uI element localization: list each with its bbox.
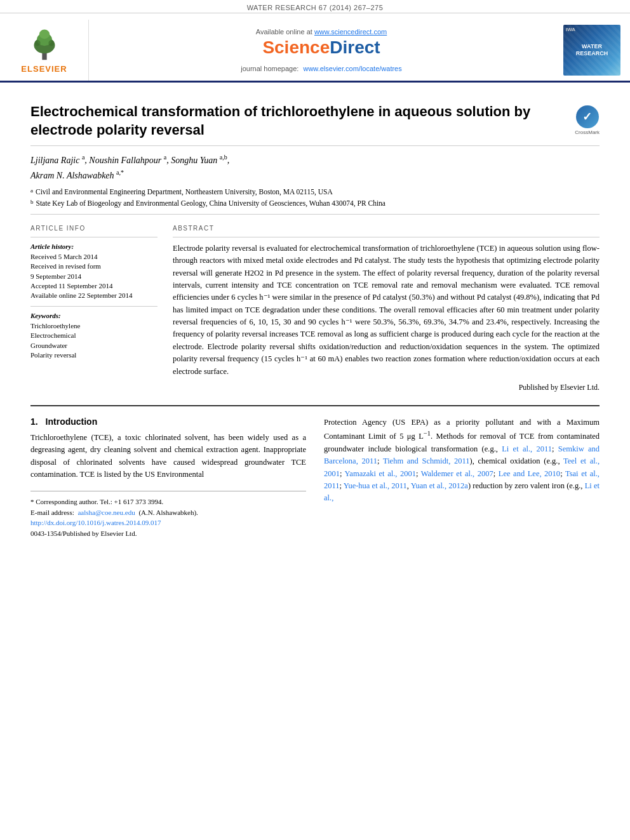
journal-header-text: WATER RESEARCH 67 (2014) 267–275 (247, 4, 384, 11)
info-divider-top (30, 237, 158, 237)
corresponding-author-note: * Corresponding author. Tel.: +1 617 373… (30, 497, 306, 507)
main-right-col: Protection Agency (US EPA) as a priority… (324, 417, 600, 539)
available-online-text: Available online at www.sciencedirect.co… (256, 28, 387, 36)
email-link[interactable]: aalsha@coe.neu.edu (77, 509, 135, 516)
abstract-divider (173, 237, 600, 237)
svg-rect-0 (42, 53, 46, 60)
author-yuan: Songhu Yuan (171, 156, 217, 165)
author-sup-ab: a,b (220, 154, 227, 161)
aff-key-b: b (30, 198, 34, 209)
author-sup-a1: a (82, 154, 84, 161)
ref-tiehm-2011[interactable]: Tiehm and Schmidt, 2011 (383, 457, 470, 465)
doi-line: http://dx.doi.org/10.1016/j.watres.2014.… (30, 517, 306, 528)
iwa-label: IWA (566, 27, 575, 32)
journal-homepage-label: journal homepage: (241, 65, 298, 72)
keyword-3: Groundwater (30, 341, 158, 350)
keyword-2: Electrochemical (30, 331, 158, 340)
article-history-label: Article history: (30, 243, 158, 250)
article-info-col: ARTICLE INFO Article history: Received 5… (30, 222, 158, 392)
available-online-date: Available online 22 September 2014 (30, 291, 158, 300)
email-label: E-mail address: (30, 509, 74, 516)
journal-homepage-link[interactable]: www.elsevier.com/locate/watres (303, 65, 401, 72)
journal-header: WATER RESEARCH 67 (2014) 267–275 (0, 0, 630, 13)
keyword-4: Polarity reversal (30, 350, 158, 360)
svg-point-3 (39, 30, 50, 39)
keywords-list: Trichloroethylene Electrochemical Ground… (30, 321, 158, 361)
ref-waldemer-2007[interactable]: Waldemer et al., 2007 (421, 469, 493, 478)
ref-yamazaki-2001[interactable]: Yamazaki et al., 2001 (345, 469, 416, 478)
ref-lee-2010[interactable]: Lee and Lee, 2010 (499, 469, 560, 478)
elsevier-label: ELSEVIER (21, 64, 67, 74)
introduction-heading: 1. Introduction (30, 417, 306, 427)
published-by: Published by Elsevier Ltd. (173, 383, 600, 392)
paper-body: Electrochemical transformation of trichl… (0, 83, 630, 559)
author-sup-a3: a,* (116, 169, 124, 176)
ref-li-2011[interactable]: Li et al., 2011 (502, 444, 552, 453)
keywords-label: Keywords: (30, 312, 158, 319)
journal-homepage: journal homepage: www.elsevier.com/locat… (241, 65, 401, 72)
center-banner: Available online at www.sciencedirect.co… (89, 20, 554, 81)
author-fallahpour: Noushin Fallahpour (89, 156, 161, 165)
received-revised-date: 9 September 2014 (30, 272, 158, 281)
info-divider-mid (30, 306, 158, 307)
affiliation-b: b State Key Lab of Biogeology and Enviro… (30, 198, 600, 209)
affiliation-b-text: State Key Lab of Biogeology and Environm… (36, 198, 385, 209)
affiliations: a Civil and Environmental Engineering De… (30, 187, 600, 209)
water-research-badge: IWA WATERRESEARCH (563, 25, 620, 76)
footnotes: * Corresponding author. Tel.: +1 617 373… (30, 491, 306, 538)
ref-yue-hua-2011[interactable]: Yue-hua et al., 2011 (344, 481, 407, 490)
section-number: 1. (30, 417, 38, 427)
doi-link[interactable]: http://dx.doi.org/10.1016/j.watres.2014.… (30, 519, 161, 526)
elsevier-logo-block: ELSEVIER (0, 20, 89, 81)
authors-section: Ljiljana Rajic a, Noushin Fallahpour a, … (30, 146, 600, 215)
top-banner: ELSEVIER Available online at www.science… (0, 13, 630, 83)
intro-paragraph-2: Protection Agency (US EPA) as a priority… (324, 417, 600, 505)
article-info-label: ARTICLE INFO (30, 225, 158, 232)
affiliation-a-text: Civil and Environmental Engineering Depa… (36, 187, 333, 197)
author-rajic: Ljiljana Rajic (30, 156, 79, 165)
elsevier-tree-icon (19, 27, 70, 62)
accepted-date: Accepted 11 September 2014 (30, 281, 158, 291)
abstract-col: ABSTRACT Electrode polarity reversal is … (173, 222, 600, 392)
received-revised-label: Received in revised form (30, 262, 158, 271)
email-line: E-mail address: aalsha@coe.neu.edu (A.N.… (30, 507, 306, 518)
author-alshawabkeh: Akram N. Alshawabkeh (30, 171, 114, 180)
crossmark-badge: ✓ CrossMark (575, 105, 600, 135)
svg-point-5 (48, 40, 54, 46)
sciencedirect-logo: ScienceDirect (262, 37, 380, 58)
crossmark-text: CrossMark (575, 130, 600, 135)
title-section: Electrochemical transformation of trichl… (30, 93, 600, 146)
main-text-section: 1. Introduction Trichloroethylene (TCE),… (30, 406, 600, 549)
intro-paragraph-1: Trichloroethylene (TCE), a toxic chlorin… (30, 432, 306, 481)
badge-title: WATERRESEARCH (576, 43, 608, 57)
right-logo-block: IWA WATERRESEARCH (554, 20, 630, 81)
sciencedirect-url[interactable]: www.sciencedirect.com (314, 28, 387, 36)
abstract-label: ABSTRACT (173, 225, 600, 232)
section-title: Introduction (46, 417, 98, 427)
email-suffix: (A.N. Alshawabkeh). (138, 509, 198, 516)
keyword-1: Trichloroethylene (30, 321, 158, 331)
main-left-col: 1. Introduction Trichloroethylene (TCE),… (30, 417, 306, 539)
issn-line: 0043-1354/Published by Elsevier Ltd. (30, 528, 306, 539)
abstract-text: Electrode polarity reversal is evaluated… (173, 243, 600, 378)
article-info-abstract-section: ARTICLE INFO Article history: Received 5… (30, 215, 600, 392)
ref-yuan-2012a[interactable]: Yuan et al., 2012a (411, 481, 468, 490)
author-sup-a2: a (164, 154, 166, 161)
affiliation-a: a Civil and Environmental Engineering De… (30, 187, 600, 197)
authors-line: Ljiljana Rajic a, Noushin Fallahpour a, … (30, 152, 600, 183)
svg-point-4 (34, 40, 40, 46)
received-date: Received 5 March 2014 (30, 252, 158, 262)
aff-key-a: a (30, 187, 33, 197)
paper-title: Electrochemical transformation of trichl… (30, 103, 562, 139)
crossmark-icon: ✓ (576, 105, 599, 128)
